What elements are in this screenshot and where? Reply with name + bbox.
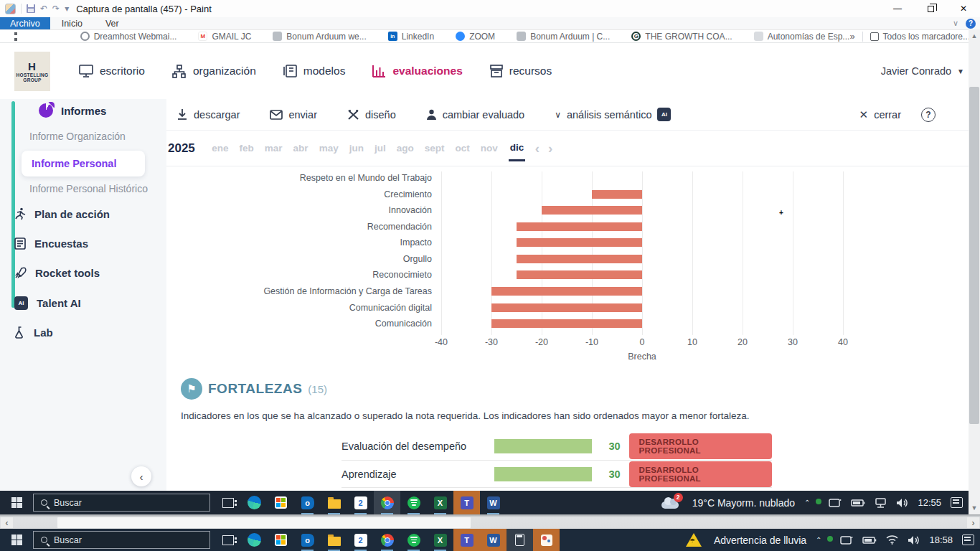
month-mar[interactable]: mar — [265, 143, 283, 154]
sidebar-item-informe-personal[interactable]: Informe Personal — [22, 151, 145, 176]
task-view-button[interactable] — [215, 491, 241, 514]
tray-expand-icon[interactable]: ⌃ — [804, 499, 810, 507]
scrollbar-thumb[interactable] — [969, 87, 979, 424]
alert-text[interactable]: Advertencia de lluvia — [714, 534, 806, 546]
spotify-button[interactable] — [400, 491, 427, 514]
edge-button[interactable] — [241, 529, 268, 551]
sidebar-item-talent-ai[interactable]: AI Talent AI — [14, 296, 81, 310]
wifi-icon[interactable] — [886, 535, 898, 545]
cast-icon[interactable] — [840, 535, 853, 545]
period-next-icon[interactable]: › — [548, 141, 552, 156]
month-oct[interactable]: oct — [455, 143, 469, 154]
sidebar-collapse-button[interactable]: ‹ — [131, 466, 151, 486]
analisis-semantico-button[interactable]: ∨ análisis semántico AI — [555, 108, 671, 121]
month-ene[interactable]: ene — [212, 143, 228, 154]
nav-organizacion[interactable]: organización — [172, 65, 256, 78]
outlook-button[interactable]: o — [294, 529, 321, 551]
cambiar-evaluado-button[interactable]: cambiar evaluado — [426, 109, 524, 121]
customize-toolbar-icon[interactable]: ▾ — [65, 4, 69, 13]
scroll-right-icon[interactable]: › — [967, 517, 979, 528]
file-explorer-button[interactable] — [321, 529, 347, 551]
excel-button[interactable]: X — [427, 529, 453, 551]
redo-icon[interactable]: ↷ — [52, 4, 60, 13]
clock[interactable]: 12:55 — [918, 497, 941, 508]
vertical-scrollbar[interactable]: ▲ ▼ — [969, 29, 980, 514]
speaker-icon[interactable] — [896, 498, 908, 508]
cast-icon[interactable] — [829, 498, 842, 508]
nav-recursos[interactable]: recursos — [490, 65, 552, 77]
menu-ver[interactable]: Ver — [94, 17, 131, 29]
report-help-icon[interactable]: ? — [921, 108, 936, 122]
month-nov[interactable]: nov — [481, 143, 498, 154]
bookmark-item[interactable]: M GMAIL JC — [198, 32, 251, 42]
store-button[interactable] — [268, 491, 294, 514]
weather-text[interactable]: 19°C Mayorm. nublado — [692, 497, 795, 509]
scroll-up-icon[interactable]: ▲ — [969, 31, 980, 41]
outlook-button[interactable]: o — [294, 491, 321, 514]
action-center-icon[interactable] — [951, 497, 963, 508]
month-jun[interactable]: jun — [349, 143, 364, 154]
tray-expand-icon[interactable]: ⌃ — [816, 536, 821, 544]
start-button[interactable] — [0, 491, 33, 514]
battery-icon[interactable] — [851, 499, 865, 507]
paint-help-icon[interactable]: ? — [966, 19, 976, 29]
month-may[interactable]: may — [319, 143, 339, 154]
sidebar-item-informe-organizacion[interactable]: Informe Organización — [29, 131, 126, 142]
sidebar-section-informes[interactable]: Informes — [39, 103, 106, 118]
action-center-icon[interactable] — [962, 534, 974, 545]
month-dic-active[interactable]: dic — [509, 142, 526, 161]
taskbar-search[interactable]: Buscar — [33, 494, 210, 512]
nav-evaluaciones[interactable]: evaluaciones — [372, 65, 462, 77]
month-abr[interactable]: abr — [293, 143, 308, 154]
apps-grid-icon[interactable] — [14, 32, 17, 41]
month-ago[interactable]: ago — [397, 143, 414, 154]
sidebar-item-lab[interactable]: Lab — [14, 326, 53, 339]
sidebar-item-rocket-tools[interactable]: Rocket tools — [14, 267, 100, 279]
scrollbar-thumb[interactable] — [57, 517, 471, 528]
bookmark-item[interactable]: Bonum Arduum | C... — [517, 32, 610, 42]
sidebar-item-informe-personal-historico[interactable]: Informe Personal Histórico — [29, 183, 148, 194]
bookmark-item[interactable]: Bonum Arduum we... — [273, 32, 366, 42]
minimize-button[interactable]: — — [881, 0, 914, 17]
chrome-button[interactable] — [374, 491, 400, 514]
menu-archivo[interactable]: Archivo — [0, 17, 50, 29]
all-bookmarks-button[interactable]: Todos los marcadore... — [870, 32, 970, 42]
menu-inicio[interactable]: Inicio — [50, 17, 94, 29]
bookmark-item[interactable]: Autonomías de Esp... — [754, 32, 850, 42]
calculator-button[interactable] — [507, 529, 533, 551]
nav-modelos[interactable]: modelos — [283, 65, 346, 77]
app2-button[interactable]: 2 — [347, 491, 374, 514]
teams-button[interactable]: T — [453, 529, 480, 551]
battery-icon[interactable] — [862, 536, 877, 545]
file-explorer-button[interactable] — [321, 491, 347, 514]
cerrar-button[interactable]: ✕ cerrar — [859, 108, 901, 121]
nav-escritorio[interactable]: escritorio — [79, 65, 145, 77]
month-sept[interactable]: sept — [425, 143, 445, 154]
bookmark-item[interactable]: G THE GROWTH COA... — [631, 32, 732, 42]
hostelling-group-logo[interactable]: H HOSTELLING GROUP — [14, 52, 50, 91]
bookmark-item[interactable]: in LinkedIn — [388, 32, 434, 42]
horizontal-scrollbar[interactable]: ‹ › — [0, 514, 980, 529]
scroll-down-icon[interactable]: ▼ — [969, 503, 980, 513]
sidebar-item-plan-de-accion[interactable]: Plan de acción — [14, 207, 110, 220]
bookmark-item[interactable]: ZOOM — [456, 32, 495, 42]
bookmark-item[interactable]: Dreamhost Webmai... — [80, 32, 177, 42]
weather-icon[interactable]: 2 — [661, 496, 680, 509]
weather-alert-icon[interactable]: ☂ — [686, 533, 702, 547]
store-button[interactable] — [268, 529, 294, 551]
close-button[interactable]: ✕ — [947, 0, 980, 17]
undo-icon[interactable]: ↶ — [40, 4, 47, 13]
sidebar-item-encuestas[interactable]: Encuestas — [14, 237, 88, 250]
enviar-button[interactable]: enviar — [270, 109, 317, 121]
edge-button[interactable] — [241, 491, 268, 514]
excel-button[interactable]: X — [427, 491, 453, 514]
start-button[interactable] — [0, 529, 33, 551]
teams-button[interactable]: T — [453, 491, 480, 514]
taskbar-search[interactable]: Buscar — [33, 531, 210, 549]
restore-button[interactable] — [914, 0, 947, 17]
user-menu[interactable]: Javier Conrado ▼ — [881, 43, 964, 99]
network-icon[interactable] — [875, 498, 887, 508]
spotify-button[interactable] — [400, 529, 427, 551]
app2-button[interactable]: 2 — [347, 529, 374, 551]
word-button[interactable]: W — [480, 529, 507, 551]
